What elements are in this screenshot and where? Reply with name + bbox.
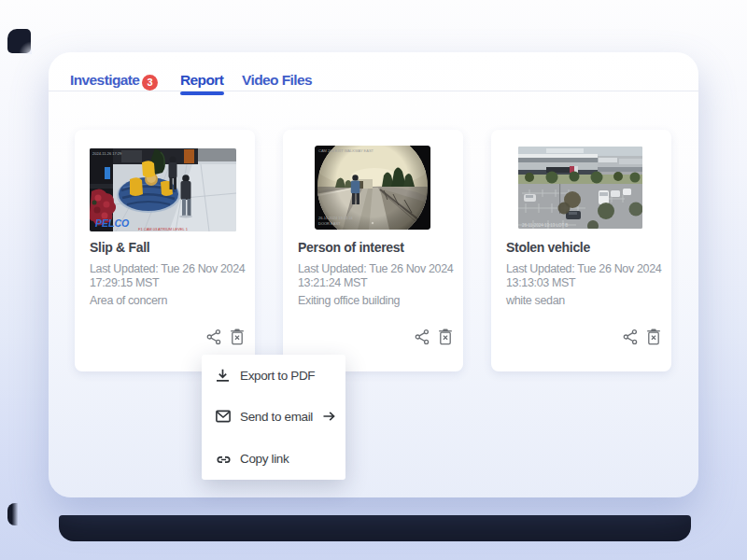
svg-text:F1 CAM 03 ATRIUM LEVEL 1: F1 CAM 03 ATRIUM LEVEL 1 [138,227,189,231]
svg-text:DOOR EAST: DOOR EAST [318,221,341,226]
svg-text:PELCO: PELCO [95,217,129,229]
svg-text:26-11-2024 13:21:24: 26-11-2024 13:21:24 [318,216,354,220]
svg-text:26-11-2024 13:13 LOT B: 26-11-2024 13:13 LOT B [522,223,568,228]
svg-text:2024-11-26 17:29: 2024-11-26 17:29 [92,151,122,156]
svg-text:CAM 204 EXIT WALKWAY EAST: CAM 204 EXIT WALKWAY EAST [318,148,374,153]
